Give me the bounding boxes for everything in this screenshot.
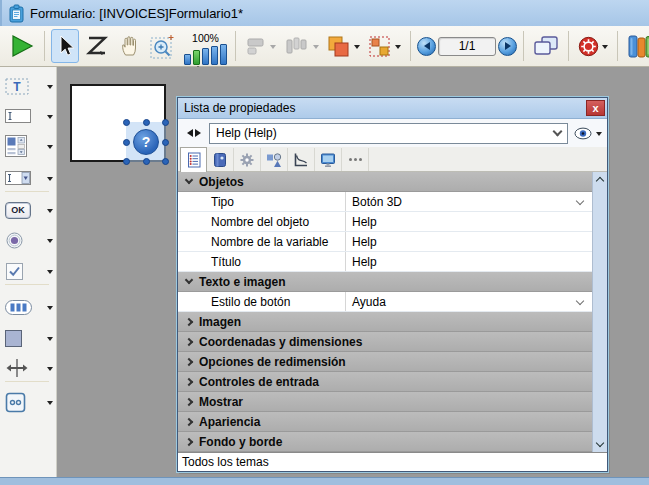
- close-button[interactable]: x: [586, 100, 605, 116]
- property-value-text[interactable]: Help: [346, 232, 592, 251]
- chevron-down-icon[interactable]: [47, 209, 53, 216]
- next-page-button[interactable]: [498, 37, 517, 56]
- magnifier-icon: [150, 33, 177, 59]
- chevron-down-icon[interactable]: [47, 337, 53, 344]
- tab-more[interactable]: [342, 148, 369, 171]
- pan-tool-button[interactable]: [115, 29, 145, 63]
- selection-handle[interactable]: [123, 119, 130, 126]
- chevron-down-icon[interactable]: [395, 45, 401, 52]
- tab-display[interactable]: [315, 148, 342, 171]
- group-header-controles-entrada[interactable]: Controles de entrada: [178, 372, 592, 392]
- chevron-down-icon[interactable]: [47, 85, 53, 92]
- chevron-down-icon[interactable]: [47, 239, 53, 246]
- selection-handle[interactable]: [123, 139, 130, 146]
- chevron-down-icon: [576, 296, 584, 304]
- form-actions-button[interactable]: [575, 29, 611, 63]
- chevron-down-icon[interactable]: [270, 45, 276, 52]
- tab-pictures[interactable]: [207, 148, 234, 171]
- group-header-redimension[interactable]: Opciones de redimensión: [178, 352, 592, 372]
- execute-form-button[interactable]: [6, 29, 38, 63]
- chevron-down-icon[interactable]: [47, 270, 53, 277]
- selection-handle[interactable]: [143, 119, 150, 126]
- arrow-left-icon[interactable]: [183, 129, 193, 137]
- help-3d-button[interactable]: ?: [133, 129, 159, 155]
- scroll-up-icon[interactable]: [596, 177, 604, 185]
- zoom-bar-400[interactable]: [211, 46, 218, 65]
- group-header-mostrar[interactable]: Mostrar: [178, 392, 592, 412]
- move-level-button[interactable]: [324, 29, 363, 63]
- zoom-scale-widget[interactable]: 100%: [182, 27, 229, 65]
- tab-property-list[interactable]: [180, 147, 207, 172]
- chevron-down-icon[interactable]: [47, 401, 53, 408]
- selected-object-help-button[interactable]: ?: [126, 122, 166, 162]
- tool-plugin-area[interactable]: [5, 388, 53, 416]
- tab-events[interactable]: [288, 148, 315, 171]
- property-value-dropdown[interactable]: Ayuda: [346, 292, 592, 311]
- chevron-down-icon[interactable]: [47, 367, 53, 374]
- group-header-imagen[interactable]: Imagen: [178, 312, 592, 332]
- tool-list-box[interactable]: [5, 130, 53, 162]
- property-window-titlebar[interactable]: Lista de propiedades x: [178, 98, 607, 119]
- chevron-down-icon[interactable]: [354, 45, 360, 52]
- selection-handle[interactable]: [162, 158, 169, 165]
- selection-handle[interactable]: [143, 158, 150, 165]
- selection-handle[interactable]: [162, 119, 169, 126]
- zoom-bar-50[interactable]: [184, 54, 191, 65]
- vertical-scrollbar[interactable]: [592, 172, 607, 452]
- tab-gear[interactable]: [234, 148, 261, 171]
- combo-box-tool-icon: [5, 171, 31, 185]
- chevron-down-icon[interactable]: [313, 45, 319, 52]
- chevron-down-icon[interactable]: [602, 45, 608, 52]
- object-prev-next[interactable]: [183, 129, 205, 137]
- scroll-down-icon[interactable]: [596, 439, 604, 447]
- selection-handle[interactable]: [162, 139, 169, 146]
- group-button[interactable]: [365, 29, 404, 63]
- tool-splitter[interactable]: [5, 354, 53, 382]
- zoom-bar-200[interactable]: [202, 48, 209, 65]
- display-views-button[interactable]: [530, 29, 562, 63]
- tool-text-input[interactable]: [5, 102, 53, 130]
- selection-handle[interactable]: [123, 158, 130, 165]
- chevron-down-icon[interactable]: [596, 132, 602, 139]
- property-value-text[interactable]: Help: [346, 252, 592, 271]
- entry-order-icon: [84, 34, 110, 58]
- explorer-button[interactable]: [624, 29, 649, 63]
- group-header-texto-e-imagen[interactable]: Texto e imagen: [178, 272, 592, 292]
- chevron-down-icon[interactable]: [47, 306, 53, 313]
- chevron-down-icon[interactable]: [47, 177, 53, 184]
- themes-footer[interactable]: Todos los temas: [178, 452, 607, 471]
- tool-rectangle[interactable]: [5, 324, 53, 352]
- property-value-dropdown[interactable]: Botón 3D: [346, 192, 592, 211]
- align-button-disabled[interactable]: [242, 29, 279, 63]
- gear-icon: [239, 152, 255, 168]
- group-header-fondo-y-borde[interactable]: Fondo y borde: [178, 432, 592, 452]
- group-header-objetos[interactable]: Objetos: [178, 172, 592, 192]
- object-selector-dropdown[interactable]: Help (Help): [209, 123, 568, 144]
- zoom-bar-800[interactable]: [220, 44, 227, 65]
- group-header-coordenadas[interactable]: Coordenadas y dimensiones: [178, 332, 592, 352]
- distribute-button-disabled[interactable]: [281, 29, 322, 63]
- form-area[interactable]: ?: [70, 84, 166, 162]
- group-header-apariencia[interactable]: Apariencia: [178, 412, 592, 432]
- property-row-nombre-objeto: Nombre del objeto Help: [178, 212, 592, 232]
- select-tool-button[interactable]: [51, 29, 79, 63]
- entry-order-tool-button[interactable]: [81, 29, 113, 63]
- arrow-right-icon[interactable]: [195, 129, 205, 137]
- chevron-down-icon[interactable]: [47, 115, 53, 122]
- tool-button-grid[interactable]: [5, 293, 53, 321]
- distribute-icon: [284, 36, 310, 56]
- title-bar[interactable]: Formulario: [INVOICES]Formulario1*: [0, 0, 649, 26]
- previous-page-button[interactable]: [417, 37, 436, 56]
- tool-check-box[interactable]: [5, 257, 53, 285]
- visibility-options-button[interactable]: [574, 127, 602, 140]
- tool-button[interactable]: OK: [5, 196, 53, 224]
- chevron-down-icon[interactable]: [47, 145, 53, 152]
- tool-static-text[interactable]: T: [5, 72, 53, 100]
- zoom-tool-button[interactable]: [147, 29, 180, 63]
- property-value-text[interactable]: Help: [346, 212, 592, 231]
- tool-combo-box[interactable]: [5, 164, 53, 192]
- property-window-title: Lista de propiedades: [184, 101, 586, 115]
- tab-objects[interactable]: [261, 148, 288, 171]
- zoom-bars[interactable]: [184, 44, 227, 65]
- tool-radio-button[interactable]: [5, 226, 53, 254]
